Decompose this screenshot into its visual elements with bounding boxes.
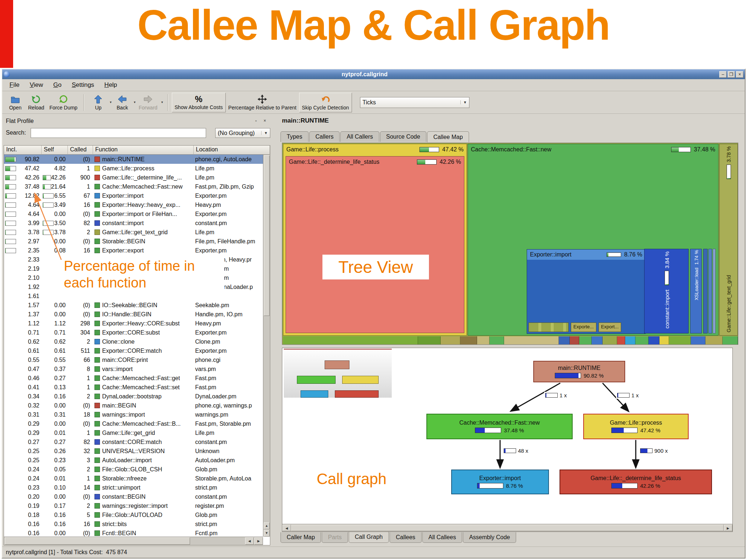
- table-row[interactable]: 0.240.052File::Glob::GLOB_CSHGlob.pm: [4, 465, 263, 474]
- tab-callers[interactable]: Callers: [309, 131, 340, 142]
- table-row[interactable]: 0.190.172warnings::register::importregis…: [4, 501, 263, 510]
- table-row[interactable]: 0.200.00(0)constant::BEGINconstant.pm: [4, 492, 263, 501]
- scroll-down-button[interactable]: ▼: [264, 530, 270, 537]
- table-row[interactable]: 0.250.233AutoLoader::importAutoLoader.pm: [4, 456, 263, 465]
- search-input[interactable]: [31, 128, 206, 138]
- tab-parts[interactable]: Parts: [322, 532, 348, 543]
- chevron-down-icon[interactable]: ▼: [109, 101, 112, 104]
- horizontal-scrollbar[interactable]: ◀ ▶: [4, 537, 263, 545]
- treemap-bottom-segment[interactable]: [477, 336, 489, 344]
- maximize-button[interactable]: ❐: [728, 71, 735, 78]
- skip-cycle-detection-button[interactable]: Skip Cycle Detection: [299, 93, 352, 112]
- menu-help[interactable]: Help: [99, 80, 122, 90]
- treemap-bottom-segment[interactable]: [460, 336, 477, 344]
- vertical-scrollbar[interactable]: ▲ ▼: [263, 155, 270, 537]
- treemap-bottom-segment[interactable]: [659, 336, 669, 344]
- window-titlebar[interactable]: nytprof.callgrind – ❐ ×: [2, 69, 745, 79]
- minimize-button[interactable]: –: [719, 71, 727, 78]
- table-row[interactable]: 0.410.131Cache::Memcached::Fast::setFast…: [4, 383, 263, 392]
- callgraph-node-game-life-process[interactable]: Game::Life::process 47.42 %: [583, 414, 689, 439]
- treemap-bottom-segment[interactable]: [504, 336, 559, 344]
- show-absolute-costs-button[interactable]: % Show Absolute Costs: [172, 93, 226, 112]
- treemap-bottom-segment[interactable]: [418, 336, 441, 344]
- dock-close-button[interactable]: ×: [262, 118, 268, 124]
- treemap-block-exporter-import[interactable]: Exporter::import 8.76 % Exporte... Expor…: [527, 249, 646, 334]
- treemap-block-constant-import[interactable]: constant::import 3.84 %: [644, 249, 689, 333]
- treemap-sub-block[interactable]: [529, 323, 569, 332]
- tab-source-code[interactable]: Source Code: [380, 131, 426, 142]
- table-row[interactable]: 47.424.821Game::Life::processLife.pm: [4, 164, 263, 173]
- force-dump-button[interactable]: Force Dump: [47, 93, 80, 112]
- tab-caller-map[interactable]: Caller Map: [280, 532, 321, 543]
- up-button[interactable]: Up: [88, 93, 108, 112]
- treemap-bottom-segment[interactable]: [691, 336, 705, 344]
- table-row[interactable]: 2.970.00(0)Storable::BEGINFile.pm, FileH…: [4, 237, 263, 246]
- menu-settings[interactable]: Settings: [67, 80, 99, 90]
- treemap-bottom-segment[interactable]: [635, 336, 649, 344]
- table-row[interactable]: 0.160.1616strict::bitsstrict.pm: [4, 520, 263, 529]
- treemap-bottom-segment[interactable]: [283, 336, 418, 344]
- ticks-dropdown[interactable]: Ticks ▼: [360, 97, 469, 108]
- close-button[interactable]: ×: [736, 71, 743, 78]
- treemap-sub-block[interactable]: [713, 249, 716, 333]
- column-header-function[interactable]: Function: [93, 146, 194, 155]
- table-row[interactable]: 3.993.5082constant::importconstant.pm: [4, 219, 263, 228]
- callgraph-node-memcached-new[interactable]: Cache::Memcached::Fast::new 37.48 %: [426, 414, 573, 439]
- scroll-up-button[interactable]: ▲: [264, 522, 270, 529]
- treemap-sub-block[interactable]: [703, 249, 708, 333]
- tab-call-graph[interactable]: Call Graph: [349, 532, 389, 543]
- treemap-block-xsloader-load[interactable]: XSLoader::load 1.74 %: [690, 249, 702, 333]
- tab-all-callers[interactable]: All Callers: [340, 131, 379, 142]
- treemap-sub-block-export[interactable]: Export...: [599, 323, 621, 332]
- panel-splitter[interactable]: [270, 116, 280, 546]
- table-row[interactable]: 37.4821.641Cache::Memcached::Fast::newFa…: [4, 182, 263, 191]
- scroll-left-button[interactable]: ◀: [282, 525, 291, 531]
- table-row[interactable]: 1.370.00(0)IO::Handle::BEGINHandle.pm, I…: [4, 310, 263, 319]
- scrollbar-thumb[interactable]: [291, 525, 724, 531]
- table-row[interactable]: 0.180.165File::Glob::AUTOLOADGlob.pm: [4, 510, 263, 520]
- table-row[interactable]: 0.550.5566main::CORE:printphone.cgi: [4, 355, 263, 364]
- treemap-bottom-segment[interactable]: [579, 336, 592, 344]
- treemap-sub-block[interactable]: [708, 249, 712, 333]
- table-row[interactable]: 0.320.00(0)main::BEGINphone.cgi, warning…: [4, 401, 263, 410]
- table-row[interactable]: 0.710.71304Exporter::CORE:substExporter.…: [4, 328, 263, 337]
- callgraph-horizontal-scrollbar[interactable]: ◀ ▶: [282, 524, 732, 532]
- table-row[interactable]: 0.290.00(0)Cache::Memcached::Fast::B...F…: [4, 419, 263, 428]
- table-row[interactable]: 0.290.011Game::Life::get_gridLife.pm: [4, 428, 263, 437]
- column-header-self[interactable]: Self: [42, 146, 68, 155]
- tab-types[interactable]: Types: [280, 131, 309, 142]
- table-row[interactable]: 42.2642.26900Game::Life::_determine_life…: [4, 173, 263, 182]
- tab-callees[interactable]: Callees: [390, 532, 421, 543]
- tab-assembly-code[interactable]: Assembly Code: [463, 532, 516, 543]
- treemap-block-determine-life-status[interactable]: Game::Life::_determine_life_status 42.26…: [286, 156, 464, 333]
- menu-go[interactable]: Go: [48, 80, 67, 90]
- treemap-bottom-segment[interactable]: [592, 336, 603, 344]
- dock-float-button[interactable]: ▫: [253, 118, 259, 124]
- table-row[interactable]: 1.121.12298Exporter::Heavy::CORE:substHe…: [4, 319, 263, 328]
- table-row[interactable]: 0.470.378vars::importvars.pm: [4, 364, 263, 374]
- table-row[interactable]: 0.340.162DynaLoader::bootstrapDynaLoader…: [4, 392, 263, 401]
- treemap-bottom-segment[interactable]: [603, 336, 617, 344]
- back-button[interactable]: Back: [112, 93, 132, 112]
- treemap-bottom-segment[interactable]: [559, 336, 570, 344]
- table-row[interactable]: 0.250.2632UNIVERSAL::VERSIONUnknown: [4, 447, 263, 456]
- flat-profile-dock-header[interactable]: Flat Profile ▫ ×: [4, 116, 270, 125]
- treemap-bottom-segment[interactable]: [570, 336, 579, 344]
- table-row[interactable]: 0.270.2782constant::CORE:matchconstant.p…: [4, 437, 263, 447]
- tab-callee-map[interactable]: Callee Map: [427, 131, 469, 142]
- treemap-bottom-segment[interactable]: [723, 336, 738, 344]
- table-row[interactable]: 4.640.00(0)Exporter::import or FileHan..…: [4, 209, 263, 219]
- column-header-incl[interactable]: Incl.: [4, 146, 42, 155]
- scrollbar-thumb[interactable]: [264, 155, 270, 316]
- scroll-right-button[interactable]: ▶: [254, 537, 263, 545]
- treemap-block-game-life-process[interactable]: Game::Life::process 47.42 % Game::Life::…: [283, 144, 467, 336]
- table-row[interactable]: 0.620.622Clone::cloneClone.pm: [4, 337, 263, 346]
- table-row[interactable]: 3.783.782Game::Life::get_text_gridLife.p…: [4, 228, 263, 237]
- chevron-down-icon[interactable]: ▼: [161, 101, 164, 104]
- treemap-bottom-segment[interactable]: [705, 336, 723, 344]
- treemap-bottom-segment[interactable]: [649, 336, 659, 344]
- treemap-bottom-segment[interactable]: [669, 336, 691, 344]
- treemap-bottom-segment[interactable]: [625, 336, 635, 344]
- tab-all-callees[interactable]: All Callees: [422, 532, 462, 543]
- scroll-right-button[interactable]: ▶: [724, 525, 732, 531]
